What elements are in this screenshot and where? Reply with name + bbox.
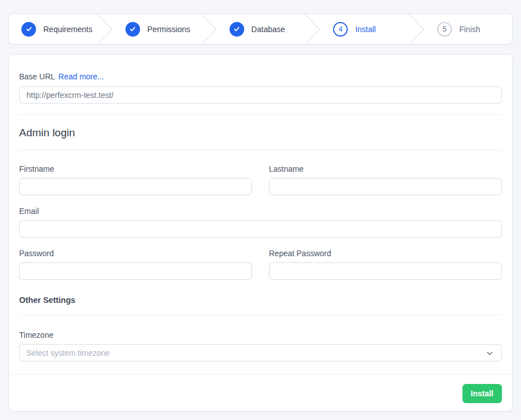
chevron-separator: [304, 14, 321, 44]
firstname-label: Firstname: [19, 164, 54, 173]
install-button[interactable]: Install: [462, 384, 502, 403]
timezone-label: Timezone: [19, 330, 53, 339]
check-icon: [129, 25, 136, 33]
divider: [19, 114, 502, 115]
step-permissions[interactable]: Permissions: [113, 14, 200, 44]
check-icon: [25, 25, 33, 33]
step-install[interactable]: 4 Install: [321, 14, 408, 44]
lastname-group: Lastname: [269, 164, 502, 195]
timezone-group: Timezone Select system timezone: [19, 330, 502, 361]
step-label-install: Install: [355, 25, 376, 34]
step-label-requirements: Requirements: [43, 25, 92, 34]
email-label: Email: [19, 207, 39, 216]
step-label-database: Database: [251, 25, 285, 34]
admin-login-heading: Admin login: [19, 127, 502, 139]
step-complete-circle: [21, 22, 36, 37]
chevron-down-icon: [486, 350, 493, 357]
password-input[interactable]: [19, 262, 252, 280]
base-url-input[interactable]: [19, 86, 502, 104]
email-input[interactable]: [19, 220, 502, 238]
step-complete-circle: [125, 22, 140, 37]
install-stepper: Requirements Permissions Database: [8, 14, 513, 44]
lastname-input[interactable]: [269, 178, 502, 195]
chevron-separator: [408, 14, 425, 44]
install-form-card: Base URL Read more... Admin login Firstn…: [8, 54, 513, 412]
base-url-label: Base URL: [19, 72, 55, 81]
password-label: Password: [19, 249, 53, 258]
repeat-password-label: Repeat Password: [269, 249, 331, 258]
card-footer: Install: [9, 374, 512, 413]
step-label-permissions: Permissions: [147, 25, 190, 34]
email-group: Email: [19, 206, 502, 238]
step-database[interactable]: Database: [217, 14, 304, 44]
step-complete-circle: [230, 22, 244, 37]
step-number-circle: 4: [333, 22, 348, 37]
installer-page: Requirements Permissions Database: [0, 0, 521, 420]
step-number-circle: 5: [437, 22, 452, 37]
lastname-label: Lastname: [269, 164, 303, 173]
chevron-separator: [96, 14, 113, 44]
repeat-password-group: Repeat Password: [269, 248, 502, 280]
timezone-placeholder: Select system timezone: [26, 348, 110, 358]
repeat-password-input[interactable]: [269, 262, 502, 280]
password-group: Password: [19, 248, 252, 280]
check-icon: [233, 25, 240, 33]
timezone-select[interactable]: Select system timezone: [19, 344, 502, 361]
other-settings-heading: Other Settings: [19, 296, 502, 305]
firstname-input[interactable]: [19, 178, 252, 195]
firstname-group: Firstname: [19, 164, 252, 195]
chevron-separator: [200, 14, 217, 44]
read-more-link[interactable]: Read more...: [59, 72, 104, 81]
admin-login-fields: Firstname Lastname Email Password Repeat…: [19, 164, 502, 280]
divider: [19, 315, 502, 315]
step-requirements[interactable]: Requirements: [9, 14, 96, 44]
divider: [19, 150, 502, 150]
step-label-finish: Finish: [459, 25, 480, 34]
step-finish[interactable]: 5 Finish: [425, 14, 512, 44]
